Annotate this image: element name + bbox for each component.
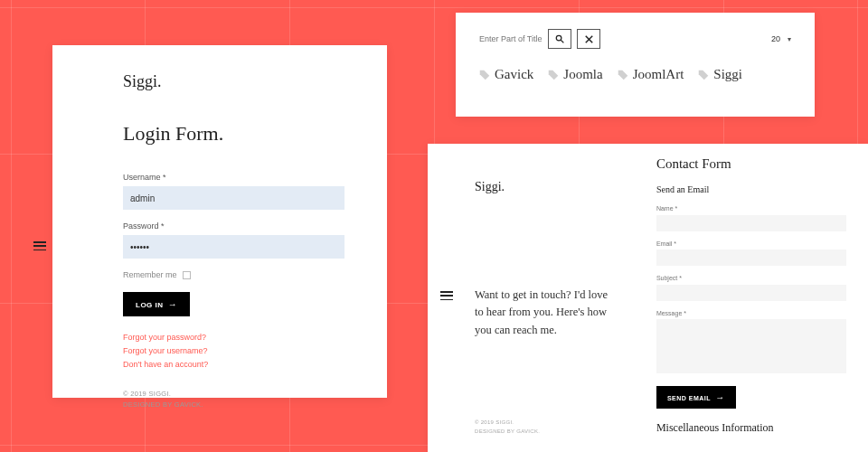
tag-icon: [548, 70, 559, 80]
designed-by: DESIGNED BY GAVICK.: [475, 428, 609, 437]
tag-label: Siggi: [713, 67, 742, 82]
site-logo: Siggi.: [123, 72, 351, 91]
subject-label: Subject *: [656, 275, 846, 281]
tag-icon: [618, 70, 628, 80]
remember-label: Remember me: [123, 270, 177, 279]
page-size-value: 20: [771, 34, 780, 43]
tag-item[interactable]: Joomla: [548, 67, 602, 82]
message-label: Message *: [656, 310, 846, 316]
username-label: Username *: [123, 173, 351, 182]
login-links: Forgot your password? Forgot your userna…: [123, 333, 351, 369]
arrow-right-icon: →: [712, 392, 725, 402]
copyright: © 2019 SIGGI.: [123, 389, 351, 400]
tag-label: Gavick: [495, 67, 533, 82]
subject-input[interactable]: [656, 285, 846, 301]
forgot-password-link[interactable]: Forgot your password?: [123, 333, 351, 342]
contact-blurb: Want to get in touch? I'd love to hear f…: [475, 287, 609, 339]
arrow-right-icon: →: [165, 299, 178, 309]
password-label: Password *: [123, 221, 351, 231]
name-input[interactable]: [656, 215, 846, 231]
password-input[interactable]: [123, 235, 344, 259]
login-footer: © 2019 SIGGI. DESIGNED BY GAVICK.: [123, 389, 351, 410]
contact-form-heading: Contact Form: [656, 156, 846, 172]
search-icon: [555, 34, 564, 43]
title-filter-input[interactable]: [479, 34, 542, 43]
login-panel: Siggi. Login Form. Username * Password *…: [52, 45, 387, 398]
login-button[interactable]: LOG IN →: [123, 292, 190, 316]
hamburger-icon[interactable]: [440, 291, 453, 300]
filter-toolbar: 20 ▾: [479, 29, 791, 49]
tag-item[interactable]: Gavick: [479, 67, 533, 82]
tag-item[interactable]: JoomlArt: [618, 67, 684, 82]
send-email-heading: Send an Email: [656, 184, 846, 194]
tag-list: Gavick Joomla JoomlArt Siggi: [479, 67, 791, 82]
contact-form: Contact Form Send an Email Name * Email …: [635, 144, 868, 452]
username-input[interactable]: [123, 186, 344, 210]
contact-intro: Siggi. Want to get in touch? I'd love to…: [428, 144, 635, 452]
forgot-username-link[interactable]: Forgot your username?: [123, 346, 351, 355]
login-heading: Login Form.: [123, 122, 351, 146]
copyright: © 2019 SIGGI.: [475, 419, 609, 428]
tag-icon: [698, 70, 709, 80]
designed-by: DESIGNED BY GAVICK.: [123, 400, 351, 410]
login-button-label: LOG IN: [136, 301, 164, 309]
site-logo: Siggi.: [475, 180, 609, 194]
tag-label: Joomla: [563, 67, 602, 82]
contact-panel: Siggi. Want to get in touch? I'd love to…: [428, 144, 868, 452]
remember-me-row[interactable]: Remember me: [123, 270, 351, 279]
tag-label: JoomlArt: [633, 67, 684, 82]
message-input[interactable]: [656, 319, 846, 373]
tag-item[interactable]: Siggi: [698, 67, 742, 82]
contact-footer: © 2019 SIGGI. DESIGNED BY GAVICK.: [475, 419, 609, 436]
email-label: Email *: [656, 240, 846, 247]
email-input[interactable]: [656, 250, 846, 266]
filter-panel: 20 ▾ Gavick Joomla JoomlArt Siggi: [456, 13, 815, 117]
send-email-button[interactable]: SEND EMAIL →: [656, 386, 736, 409]
name-label: Name *: [656, 205, 846, 212]
register-link[interactable]: Don't have an account?: [123, 360, 351, 369]
remember-checkbox[interactable]: [183, 271, 191, 279]
tag-icon: [479, 70, 490, 80]
clear-button[interactable]: [577, 29, 600, 49]
svg-point-0: [556, 35, 561, 41]
page-size-selector[interactable]: 20 ▾: [771, 34, 791, 43]
search-button[interactable]: [548, 29, 571, 49]
close-icon: [585, 35, 593, 43]
send-button-label: SEND EMAIL: [667, 395, 711, 401]
hamburger-icon[interactable]: [33, 241, 46, 250]
misc-info-heading: Miscellaneous Information: [656, 421, 846, 435]
svg-line-1: [561, 40, 563, 42]
caret-down-icon: ▾: [788, 35, 791, 43]
